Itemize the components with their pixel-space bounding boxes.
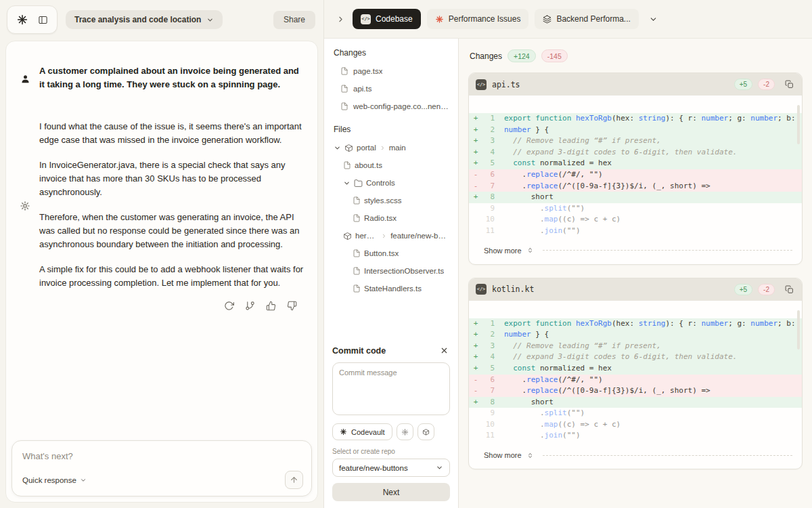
composer: Quick response [12, 440, 312, 496]
tree-item-about-ts[interactable]: about.ts [332, 156, 450, 174]
conversation-dropdown[interactable]: Trace analysis and code location [66, 10, 223, 29]
tree-item-controls[interactable]: Controls [332, 174, 450, 192]
changed-file-api-ts[interactable]: api.ts [332, 80, 450, 98]
workspace-tab-performance-issues[interactable]: Performance Issues [427, 9, 529, 29]
diff-code-line: -7 .replace(/^([0-9a-f]{3})$/i, (_, shor… [469, 385, 802, 397]
diff-sign: + [469, 318, 482, 330]
dashed-divider [543, 250, 792, 251]
diff-sign: + [469, 147, 482, 158]
assistant-paragraph: In InvoiceGenerator.java, there is a spe… [39, 158, 305, 199]
workspace-tab-backend-performa[interactable]: Backend Performa... [535, 9, 638, 29]
repo-select[interactable]: feature/new-buttons [332, 459, 450, 477]
line-number: 9 [482, 408, 495, 419]
code-file-icon: </> [476, 79, 487, 90]
repo-provider-box-icon[interactable] [418, 423, 434, 440]
tree-item-sublabel: feature/new-buttons [390, 232, 450, 240]
branch-icon[interactable] [245, 301, 255, 311]
share-button[interactable]: Share [273, 11, 315, 29]
commit-message-input[interactable] [332, 362, 450, 415]
response-mode-dropdown[interactable]: Quick response [22, 476, 87, 484]
code-text: .replace(/^#/, "") [504, 169, 802, 181]
chat-input[interactable] [22, 451, 303, 461]
close-icon[interactable] [438, 345, 450, 356]
file-tree: portalmainabout.tsControlsstyles.scssRad… [332, 139, 450, 297]
line-number: 6 [482, 169, 495, 181]
line-number: 1 [482, 113, 495, 125]
tree-item-portal[interactable]: portalmain [332, 139, 450, 156]
show-more-button[interactable]: Show more [469, 443, 802, 469]
diff-changes-heading: Changes [470, 51, 502, 61]
total-deletions-badge: -145 [541, 49, 568, 62]
copy-icon[interactable] [784, 284, 795, 295]
scrollbar-thumb[interactable] [797, 105, 800, 144]
chevron-down-icon [206, 16, 214, 24]
layers-icon [543, 15, 551, 24]
package-icon [344, 144, 353, 152]
assistant-paragraph: I found what the cause of the issue is, … [39, 120, 305, 147]
chevron-down-icon [436, 464, 443, 471]
tree-item-sublabel: main [389, 144, 406, 152]
diff-code-line: -7 .replace(/^([0-9a-f]{3})$/i, (_, shor… [469, 181, 802, 192]
tabs-list: </>CodebasePerformance IssuesBackend Per… [353, 9, 639, 29]
package-icon [343, 232, 352, 240]
show-more-button[interactable]: Show more [469, 238, 802, 264]
line-number: 4 [482, 352, 495, 363]
tree-item-label: hermes [355, 232, 378, 240]
tree-item-styles-scss[interactable]: styles.scss [332, 192, 450, 209]
thumbs-up-icon[interactable] [266, 301, 276, 311]
diff-code-line: -6 .replace(/^#/, "") [469, 169, 802, 181]
diff-sign: - [469, 169, 482, 181]
copy-icon[interactable] [784, 79, 795, 90]
file-icon [353, 196, 361, 205]
changes-heading: Changes [332, 48, 450, 58]
chevron-right-icon [380, 145, 386, 151]
app-logo-asterisk-icon [16, 14, 28, 26]
total-additions-badge: +124 [508, 49, 536, 62]
file-icon [340, 85, 348, 93]
diff-sign: - [469, 375, 482, 386]
workspace-tab-codebase[interactable]: </>Codebase [353, 9, 421, 29]
code-text: .replace(/^#/, "") [504, 375, 802, 386]
burst-icon [435, 15, 444, 24]
folder-icon [354, 179, 363, 188]
changed-file-web-config-page-co-nents-ts[interactable]: web-config-page.co...nents.ts [332, 98, 450, 115]
changed-file-page-tsx[interactable]: page.tsx [332, 62, 450, 80]
tab-label: Codebase [376, 14, 413, 24]
assistant-message-row: I found what the cause of the issue is, … [17, 120, 305, 290]
thumbs-down-icon[interactable] [287, 301, 297, 311]
tree-item-statehandlers-ts[interactable]: StateHandlers.ts [332, 280, 450, 297]
tree-item-radio-tsx[interactable]: Radio.tsx [332, 209, 450, 227]
line-number: 5 [482, 363, 495, 375]
tree-item-intersectionobserver-ts[interactable]: IntersectionObserver.ts [332, 262, 450, 280]
tree-item-button-tsx[interactable]: Button.tsx [332, 245, 450, 262]
line-number: 2 [482, 125, 495, 136]
code-text: .map((c) => c + c) [504, 214, 802, 226]
line-number: 8 [482, 397, 495, 408]
line-number: 10 [482, 419, 495, 431]
files-heading: Files [332, 125, 450, 134]
collapse-panel-icon[interactable] [335, 14, 346, 25]
codevault-button[interactable]: Codevault [332, 423, 392, 440]
commit-panel: Commit code Codevault [332, 338, 450, 501]
line-number: 1 [482, 318, 495, 330]
next-button[interactable]: Next [332, 483, 450, 501]
send-button[interactable] [285, 471, 303, 489]
code-text: .split("") [504, 408, 802, 419]
code-text: .replace(/^([0-9a-f]{3})$/i, (_, short) … [504, 385, 802, 397]
repo-provider-gear-icon[interactable] [397, 423, 413, 440]
tabs-overflow-chevron-icon[interactable] [648, 14, 659, 25]
tree-item-hermes[interactable]: hermesfeature/new-buttons [332, 227, 450, 245]
tab-label: Performance Issues [449, 14, 521, 24]
scrollbar-thumb[interactable] [797, 310, 800, 350]
file-icon [353, 249, 361, 257]
diff-card-header: </>kotlin.kt+5-2 [469, 278, 802, 301]
code-text: export function hexToRgb(hex: string): {… [504, 113, 802, 125]
changed-file-label: page.tsx [353, 67, 382, 75]
diff-code-line: +3 // Remove leading “#” if present, [469, 135, 802, 147]
diff-code-line: 10 .map((c) => c + c) [469, 214, 802, 226]
regenerate-icon[interactable] [224, 301, 234, 311]
diff-sign: + [469, 397, 482, 408]
explorer-panel: Changes page.tsxapi.tsweb-config-page.co… [324, 39, 458, 508]
line-number: 3 [482, 341, 495, 352]
sidebar-toggle-icon[interactable] [38, 15, 48, 25]
